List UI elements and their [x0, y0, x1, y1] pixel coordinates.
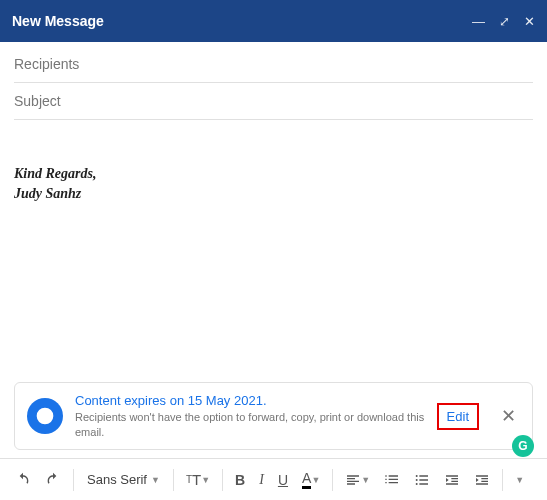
svg-point-2 — [416, 483, 418, 485]
confidential-clock-icon — [27, 398, 63, 434]
chevron-down-icon: ▼ — [151, 475, 160, 485]
confidential-edit-button[interactable]: Edit — [437, 403, 479, 430]
align-button[interactable]: ▼ — [340, 468, 375, 492]
underline-button[interactable]: U — [273, 468, 293, 492]
minimize-icon[interactable]: — — [472, 14, 485, 29]
signature-line: Judy Sanhz — [14, 184, 533, 204]
bold-button[interactable]: B — [230, 468, 250, 492]
toolbar-separator — [222, 469, 223, 491]
font-size-button[interactable]: TT ▼ — [181, 467, 215, 492]
confidential-close-icon[interactable]: ✕ — [497, 405, 520, 427]
compose-header: New Message — ⤢ ✕ — [0, 0, 547, 42]
bulleted-list-button[interactable] — [409, 468, 435, 492]
message-body[interactable]: Kind Regards, Judy Sanhz — [0, 120, 547, 382]
signature-line: Kind Regards, — [14, 164, 533, 184]
more-formatting-button[interactable]: ▼ — [510, 471, 529, 489]
chevron-down-icon: ▼ — [311, 475, 320, 485]
italic-button[interactable]: I — [254, 468, 269, 492]
signature-block: Kind Regards, Judy Sanhz — [14, 164, 533, 203]
compose-window: New Message — ⤢ ✕ Recipients Subject Kin… — [0, 0, 547, 500]
grammarly-icon[interactable]: G — [512, 435, 534, 457]
expand-icon[interactable]: ⤢ — [499, 14, 510, 29]
undo-button[interactable] — [10, 468, 36, 492]
toolbar-separator — [173, 469, 174, 491]
chevron-down-icon: ▼ — [515, 475, 524, 485]
chevron-down-icon: ▼ — [361, 475, 370, 485]
format-toolbar: Sans Serif ▼ TT ▼ B I U A ▼ ▼ — [0, 458, 547, 500]
close-icon[interactable]: ✕ — [524, 14, 535, 29]
numbered-list-button[interactable] — [379, 468, 405, 492]
recipients-field[interactable]: Recipients — [14, 46, 533, 83]
indent-more-button[interactable] — [469, 468, 495, 492]
confidential-mode-bar: Content expires on 15 May 2021. Recipien… — [14, 382, 533, 450]
toolbar-separator — [502, 469, 503, 491]
confidential-title: Content expires on 15 May 2021. — [75, 393, 425, 408]
font-family-label: Sans Serif — [87, 472, 147, 487]
font-family-select[interactable]: Sans Serif ▼ — [81, 470, 166, 489]
confidential-subtitle: Recipients won't have the option to forw… — [75, 410, 425, 439]
toolbar-separator — [332, 469, 333, 491]
window-controls: — ⤢ ✕ — [472, 14, 535, 29]
svg-point-1 — [416, 479, 418, 481]
compose-title: New Message — [12, 13, 472, 29]
confidential-text: Content expires on 15 May 2021. Recipien… — [75, 393, 425, 439]
svg-point-0 — [416, 475, 418, 477]
text-color-button[interactable]: A ▼ — [297, 466, 325, 493]
chevron-down-icon: ▼ — [201, 475, 210, 485]
compose-fields: Recipients Subject — [0, 42, 547, 120]
indent-less-button[interactable] — [439, 468, 465, 492]
subject-field[interactable]: Subject — [14, 83, 533, 120]
toolbar-separator — [73, 469, 74, 491]
redo-button[interactable] — [40, 468, 66, 492]
